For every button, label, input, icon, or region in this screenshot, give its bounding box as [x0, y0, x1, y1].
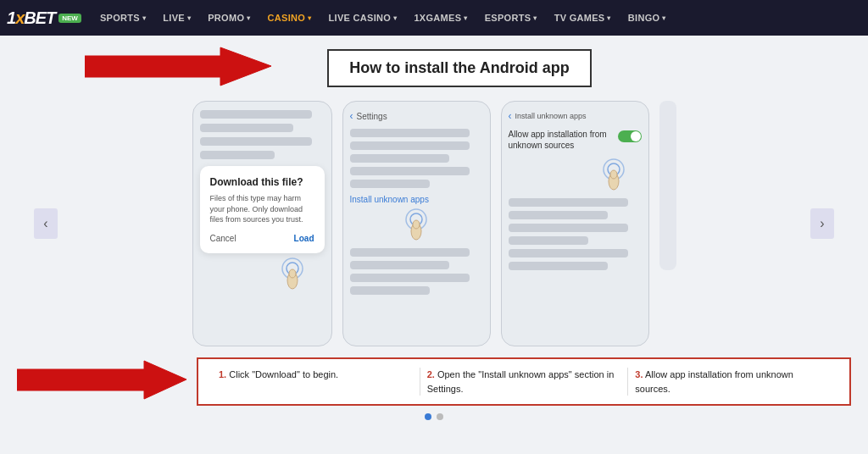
navbar: 1xBET NEW SPORTS ▾ LIVE ▾ PROMO ▾ CASINO… — [0, 0, 868, 36]
phone-line — [200, 110, 312, 119]
svg-point-8 — [413, 220, 420, 229]
tap-hand-icon-2 — [401, 208, 431, 243]
next-panel-hint — [659, 101, 676, 270]
nav-items: SPORTS ▾ LIVE ▾ PROMO ▾ CASINO ▾ LIVE CA… — [92, 0, 861, 36]
toggle-switch[interactable] — [618, 130, 642, 142]
page-title: How to install the Android app — [327, 49, 591, 87]
nav-item-live[interactable]: LIVE ▾ — [154, 0, 199, 36]
step-2-num: 2. — [427, 369, 435, 379]
phones-section: ‹ Download this file? Files of this type… — [17, 101, 851, 346]
step-2-text: Open the "Install unknown apps" section … — [427, 369, 615, 394]
big-arrow — [85, 43, 271, 93]
phone-line — [200, 151, 275, 159]
settings-back-label: Settings — [357, 112, 387, 121]
nav-item-bingo[interactable]: BINGO ▾ — [620, 0, 675, 36]
carousel-dots — [17, 413, 851, 420]
nav-item-casino[interactable]: CASINO ▾ — [259, 0, 320, 36]
step-3-num: 3. — [635, 369, 643, 379]
step-1-num: 1. — [219, 369, 226, 379]
step-3-text: Allow app installation from unknown sour… — [635, 369, 793, 394]
svg-marker-13 — [17, 361, 186, 399]
dialog-body: Files of this type may harm your phone. … — [210, 193, 314, 225]
tap-hand-icon-3 — [598, 158, 629, 193]
dot-2[interactable] — [437, 413, 443, 420]
step-2: 2. Open the "Install unknown apps" secti… — [420, 368, 629, 396]
phone-3: ‹ Install unknown apps Allow app install… — [501, 101, 649, 346]
bottom-arrow — [17, 357, 186, 407]
svg-marker-0 — [85, 47, 271, 86]
unknown-header: ‹ Install unknown apps — [509, 110, 642, 122]
tap-hand-icon — [277, 257, 308, 292]
allow-text: Allow app installation from unknown sour… — [509, 129, 613, 151]
phone-1: Download this file? Files of this type m… — [192, 101, 332, 346]
settings-lines — [350, 129, 483, 188]
bottom-section: 1. Click "Download" to begin. 2. Open th… — [17, 357, 851, 407]
step-1: 1. Click "Download" to begin. — [212, 368, 420, 396]
new-badge: NEW — [58, 14, 81, 23]
unknown-back-label: Install unknown apps — [515, 112, 587, 120]
step-3: 3. Allow app installation from unknown s… — [628, 368, 836, 396]
logo[interactable]: 1xBET NEW — [7, 8, 81, 28]
phone-2: ‹ Settings Install unknown apps — [342, 101, 491, 346]
svg-point-4 — [289, 269, 296, 278]
nav-item-live-casino[interactable]: LIVE CASINO ▾ — [320, 0, 406, 36]
dot-1[interactable] — [425, 413, 431, 420]
download-dialog: Download this file? Files of this type m… — [200, 166, 325, 253]
phone-line — [200, 137, 312, 146]
title-section: How to install the Android app — [17, 49, 851, 87]
step-1-text: Click "Download" to begin. — [229, 369, 338, 379]
phone-line — [200, 124, 293, 132]
install-unknown-label: Install unknown apps — [350, 195, 483, 204]
logo-text: 1xBET — [7, 8, 55, 28]
nav-item-tv-games[interactable]: TV GAMES ▾ — [546, 0, 620, 36]
cancel-button[interactable]: Cancel — [210, 234, 236, 243]
dialog-title: Download this file? — [210, 176, 314, 188]
nav-item-1xgames[interactable]: 1XGAMES ▾ — [405, 0, 476, 36]
prev-button[interactable]: ‹ — [34, 208, 58, 239]
nav-item-sports[interactable]: SPORTS ▾ — [92, 0, 154, 36]
load-button[interactable]: Load — [294, 234, 314, 243]
dialog-buttons: Cancel Load — [210, 234, 314, 243]
svg-point-12 — [610, 170, 617, 179]
settings-header: ‹ Settings — [350, 110, 483, 122]
nav-item-promo[interactable]: PROMO ▾ — [199, 0, 259, 36]
steps-box: 1. Click "Download" to begin. 2. Open th… — [197, 357, 851, 406]
main-content: How to install the Android app ‹ Downloa… — [0, 36, 868, 454]
nav-item-esports[interactable]: ESPORTS ▾ — [476, 0, 546, 36]
next-button[interactable]: › — [810, 208, 834, 239]
allow-row: Allow app installation from unknown sour… — [509, 129, 642, 151]
